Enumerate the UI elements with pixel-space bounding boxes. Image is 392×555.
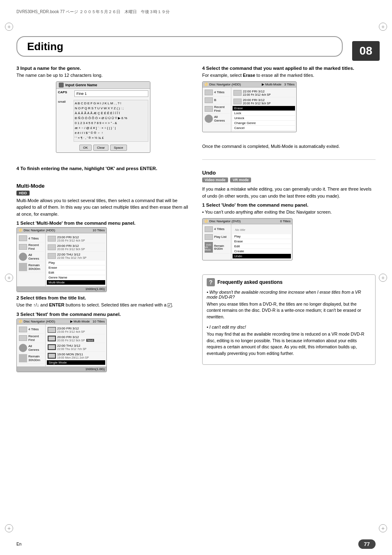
- nav-title-2d: 19:00 MON 29/11 19:00 Mon 29/11 2ch SP: [47, 352, 105, 360]
- nav-item-4t-2: 4 Titles: [18, 326, 44, 334]
- multi-step2: 2 Select titles from the title list. Use…: [16, 295, 190, 309]
- step3-input-genre: 3 Input a name for the genre. The name c…: [16, 66, 190, 155]
- step3-body: The name can be up to 12 characters long…: [16, 72, 190, 79]
- video-mode-badge: Video mode: [202, 177, 228, 182]
- title-section: Editing: [16, 36, 343, 57]
- ok-button[interactable]: OK: [79, 145, 92, 151]
- menu-multi-mode[interactable]: Multi-Mode: [47, 280, 105, 285]
- right-column: 4 Select the command that you want appli…: [202, 66, 376, 539]
- menu-change-genre[interactable]: Change Genre: [233, 121, 295, 126]
- menu-erase-3[interactable]: Erase: [233, 106, 295, 111]
- nav-item-playlist-dvd: Play List: [204, 233, 230, 241]
- disc-nav-header-3: 📀 Disc Navigator (HDD) ▶ Multi-Mode 3 Ti…: [203, 82, 296, 88]
- undo-badges: Video mode VR mode: [202, 177, 376, 184]
- nav-title-2a: 23:00 FRI 3/12 23:00 Fri 3/12 4ch SP: [47, 326, 105, 334]
- menu-erase-1[interactable]: Erase: [47, 265, 105, 270]
- menu-cancel-3[interactable]: Cancel: [233, 126, 295, 131]
- disc-nav-right-2: 23:00 FRI 3/12 23:00 Fri 3/12 4ch SP 20:…: [46, 325, 106, 366]
- undo-body: If you make a mistake while editing, you…: [202, 186, 376, 199]
- menu-play-dvd[interactable]: Play: [233, 234, 291, 239]
- multi-step1: 1 Select 'Multi-Mode' from the command m…: [16, 221, 190, 292]
- nav-item-4titles: 4 Titles: [18, 235, 44, 242]
- reg-mark-bl: [5, 524, 13, 532]
- content-area: 3 Input a name for the genre. The name c…: [16, 66, 376, 539]
- small-label: small: [58, 100, 73, 143]
- page-title: Editing: [27, 40, 63, 53]
- input-icon: [59, 83, 64, 88]
- multi-step2-body: Use the ↑/↓ and ENTER buttons to select.…: [16, 302, 190, 309]
- space-button[interactable]: Space: [110, 145, 127, 151]
- step4-select: 4 Select the command that you want appli…: [202, 66, 376, 132]
- step4-select-body: For example, select Erase to erase all t…: [202, 72, 376, 79]
- nav-title-3: 22:00 THU 3/12 22:00 Thu 3/12 7ch SP: [47, 252, 105, 260]
- multi-mode-body: Multi-Mode allows you to select several …: [16, 197, 190, 218]
- menu-edit-dvd[interactable]: Edit: [233, 244, 291, 249]
- page-container: DVR530HS_RDR.book 77 ページ ２００５年５月２６日 木曜日 …: [0, 0, 392, 555]
- disc-nav-right-3: 22:00 FRI 3/12 22:00 Fri 3/12 4ch SP 20:…: [231, 88, 296, 132]
- left-column: 3 Input a name for the genre. The name c…: [16, 66, 190, 539]
- undo-step1: 1 Select 'Undo' from the command menu pa…: [202, 203, 376, 260]
- menu-single-mode[interactable]: Single Mode: [47, 360, 105, 365]
- disc-nav-left-1: 4 Titles Recent First All Genres: [17, 233, 46, 286]
- menu-unlock-3[interactable]: Unlock: [233, 116, 295, 121]
- menu-genre-name[interactable]: Genre Name: [47, 275, 105, 280]
- nav-bottom-1: 1h00m(1.0G): [17, 286, 106, 292]
- clear-button[interactable]: Clear: [93, 145, 108, 151]
- disc-nav-content-2: 4 Titles Recent First All Genres: [17, 325, 106, 366]
- input-genre-title: Input Genre Name: [56, 82, 150, 89]
- nav-item-recent-2: Recent First: [18, 334, 44, 343]
- faq-a1: When you erase titles from a DVD-R, the …: [207, 301, 371, 320]
- disc-nav-dvd-content: 4 Titles Play List DVD VR Mode: [203, 224, 292, 260]
- nav-item-remain-2: Remain30h30m: [18, 353, 44, 364]
- faq-a2: You may find that as the available recor…: [207, 331, 371, 357]
- undo-bullet: • You can't undo anything after exiting …: [202, 209, 376, 216]
- nav-title-1: 23:00 FRI 3/12 23:00 Fri 3/12 4ch SP: [47, 235, 105, 243]
- disc-nav-left-3: 4 Titles B Recent First: [203, 88, 231, 132]
- page-footer: En 77: [16, 539, 376, 549]
- multi-step3-heading: 3 Select 'Next' from the command menu pa…: [16, 312, 190, 317]
- faq-q2: • I can't edit my disc!: [207, 325, 371, 329]
- menu-undo-dvd[interactable]: Undo: [233, 254, 291, 259]
- caps-label: CAPS: [58, 90, 73, 99]
- menu-create-dvd[interactable]: Create: [233, 249, 291, 254]
- reg-mark-tl: [5, 23, 13, 31]
- disc-nav-header-2: 📀 Disc Navigator (HDD) ▶ Multi-Mode 10 T…: [17, 319, 106, 325]
- genre-input-field[interactable]: Fine 1: [74, 90, 148, 97]
- input-genre-mock: Input Genre Name CAPS Fine 1 small A B C…: [56, 81, 150, 153]
- undo-section: Undo Video mode VR mode If you make a mi…: [202, 170, 376, 260]
- nav-item-4t-3: 4 Titles: [204, 89, 230, 97]
- nav-bottom-2: 1h00m(1.0G): [17, 366, 106, 372]
- disc-nav-content-1: 4 Titles Recent First All Genres: [17, 233, 106, 286]
- faq-title: ? Frequently asked questions: [207, 278, 371, 286]
- faq-heading: Frequently asked questions: [217, 279, 283, 285]
- nav-title-2b: 20:00 FRI 3/12 20:00 Fri 3/12 9ch SP Nex…: [47, 334, 105, 343]
- disc-nav-dvd-mock: 📀 Disc Navigator (DVD) 0 Titles 4 Titles: [202, 218, 293, 260]
- undo-heading: Undo: [202, 170, 376, 176]
- disc-nav-header-1: 📀 Disc Navigator (HDD) 10 Titles: [17, 228, 106, 233]
- hdd-badge: HDD: [16, 191, 30, 196]
- chapter-badge: 08: [352, 41, 380, 61]
- undo-step1-heading: 1 Select 'Undo' from the command menu pa…: [202, 203, 376, 207]
- nav-item-4t-dvd: 4 Titles: [204, 226, 230, 233]
- vr-mode-badge: VR mode: [230, 177, 251, 182]
- reg-mark-mr: [379, 274, 387, 282]
- nav-item-recent: Recent First: [18, 242, 44, 252]
- menu-play-1[interactable]: Play: [47, 260, 105, 265]
- step4-finish: 4 To finish entering the name, highlight…: [16, 166, 190, 172]
- menu-edit-1[interactable]: Edit: [47, 270, 105, 275]
- multi-mode-section: Multi-Mode HDD Multi-Mode allows you to …: [16, 183, 190, 372]
- nav-item-b-3: B: [204, 97, 230, 104]
- reg-mark-ml: [5, 274, 13, 282]
- faq-box: ? Frequently asked questions • Why doesn…: [202, 274, 376, 365]
- input-genre-body: CAPS Fine 1 small A B C D E F G H I J K …: [56, 89, 150, 152]
- step3-heading: 3 Input a name for the genre.: [16, 66, 190, 71]
- menu-erase-dvd[interactable]: Erase: [233, 239, 291, 244]
- faq-icon: ?: [207, 278, 215, 286]
- no-title-text: No title: [233, 226, 291, 234]
- checkbox-icon: [168, 303, 172, 307]
- multi-step1-heading: 1 Select 'Multi-Mode' from the command m…: [16, 221, 190, 226]
- nav-title-2c: 22:00 THU 3/12 22:00 Thu 3/12 7ch SP: [47, 343, 105, 352]
- disc-nav-left-2: 4 Titles Recent First All Genres: [17, 325, 46, 366]
- menu-lock-3[interactable]: Lock: [233, 111, 295, 116]
- once-completed-text: Once the command is completed, Multi-Mod…: [202, 143, 376, 150]
